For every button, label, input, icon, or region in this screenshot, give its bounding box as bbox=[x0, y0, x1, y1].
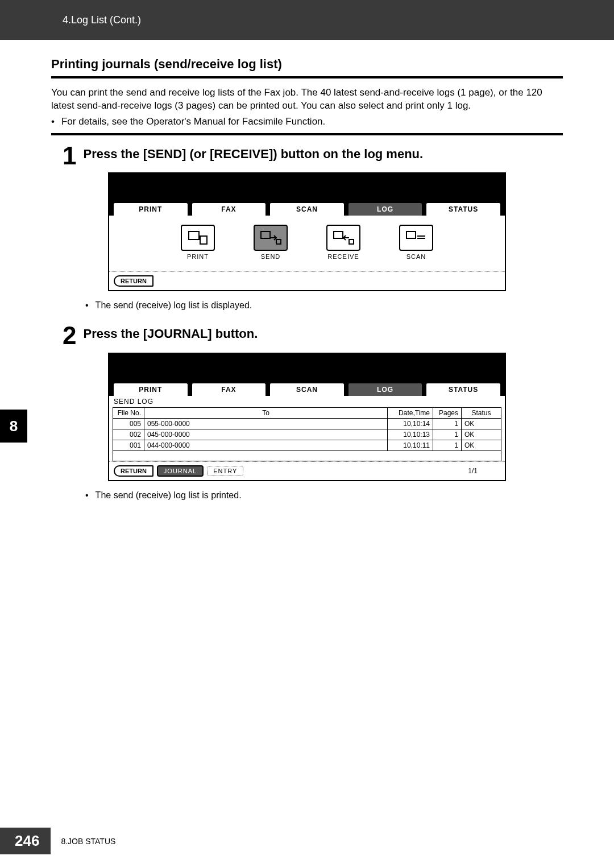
panel-2-tabs: PRINT FAX SCAN LOG STATUS bbox=[109, 378, 505, 396]
cell-pages: 1 bbox=[433, 419, 462, 429]
panel-2-blackbar bbox=[109, 354, 505, 378]
cell-to: 045-000-0000 bbox=[144, 429, 388, 440]
panel-2: PRINT FAX SCAN LOG STATUS SEND LOG File … bbox=[108, 353, 506, 481]
panel-1-icons: PRINT SEND RECEIVE bbox=[109, 216, 505, 271]
icon-btn-receive[interactable]: RECEIVE bbox=[315, 225, 372, 260]
send-log-label: SEND LOG bbox=[109, 396, 505, 407]
cell-fileno: 002 bbox=[113, 429, 144, 440]
icon-btn-scan[interactable]: SCAN bbox=[388, 225, 445, 260]
step-2: 2 Press the [JOURNAL] button. bbox=[51, 324, 563, 347]
step-1-title: Press the [SEND] (or [RECEIVE]) button o… bbox=[83, 147, 423, 162]
cell-datetime: 10,10:11 bbox=[388, 440, 433, 451]
panel-1-footer: RETURN bbox=[109, 271, 505, 290]
icon-label-scan: SCAN bbox=[406, 253, 426, 260]
svg-rect-0 bbox=[189, 232, 199, 239]
svg-rect-5 bbox=[349, 239, 354, 244]
svg-rect-3 bbox=[276, 239, 281, 244]
panel-2-container: PRINT FAX SCAN LOG STATUS SEND LOG File … bbox=[51, 353, 563, 481]
return-button-1[interactable]: RETURN bbox=[114, 275, 154, 287]
tab2-log[interactable]: LOG bbox=[347, 382, 424, 396]
col-datetime: Date,Time bbox=[388, 408, 433, 419]
main-content: Printing journals (send/receive log list… bbox=[0, 40, 614, 501]
entry-button[interactable]: ENTRY bbox=[207, 466, 243, 476]
cell-status: OK bbox=[462, 440, 501, 451]
table-header-row: File No. To Date,Time Pages Status bbox=[113, 408, 501, 419]
breadcrumb-text: 4.Log List (Cont.) bbox=[63, 14, 141, 26]
side-chapter-tab: 8 bbox=[0, 410, 27, 443]
col-file-no: File No. bbox=[113, 408, 144, 419]
col-to: To bbox=[144, 408, 388, 419]
icon-btn-print[interactable]: PRINT bbox=[169, 225, 226, 260]
tab-fax[interactable]: FAX bbox=[191, 202, 267, 216]
page-footer: 246 8.JOB STATUS bbox=[0, 828, 115, 854]
footer-chapter: 8.JOB STATUS bbox=[61, 837, 115, 846]
cell-fileno: 005 bbox=[113, 419, 144, 429]
table-spacer bbox=[113, 451, 501, 461]
svg-rect-6 bbox=[406, 232, 416, 238]
panel-1: PRINT FAX SCAN LOG STATUS PRINT SEND bbox=[108, 172, 506, 291]
log-table: File No. To Date,Time Pages Status 005 0… bbox=[113, 407, 501, 461]
cell-status: OK bbox=[462, 419, 501, 429]
receive-icon bbox=[326, 225, 360, 251]
tab2-print[interactable]: PRINT bbox=[113, 382, 189, 396]
bullet-dot: • bbox=[51, 116, 55, 127]
header-breadcrumb: 4.Log List (Cont.) bbox=[0, 0, 614, 40]
step-2-note: The send (receive) log list is printed. bbox=[51, 490, 563, 501]
table-row[interactable]: 001 044-000-0000 10,10:11 1 OK bbox=[113, 440, 501, 451]
table-row[interactable]: 005 055-000-0000 10,10:14 1 OK bbox=[113, 419, 501, 429]
table-row[interactable]: 002 045-000-0000 10,10:13 1 OK bbox=[113, 429, 501, 440]
cell-status: OK bbox=[462, 429, 501, 440]
cell-pages: 1 bbox=[433, 440, 462, 451]
step-2-title: Press the [JOURNAL] button. bbox=[83, 326, 258, 341]
bullet-text: For details, see the Operator's Manual f… bbox=[61, 116, 325, 127]
tab2-scan[interactable]: SCAN bbox=[269, 382, 345, 396]
col-pages: Pages bbox=[433, 408, 462, 419]
page-indicator: 1/1 bbox=[468, 467, 478, 475]
section-bullet: • For details, see the Operator's Manual… bbox=[51, 116, 563, 127]
cell-datetime: 10,10:14 bbox=[388, 419, 433, 429]
scan-icon bbox=[399, 225, 433, 251]
step-2-number: 2 bbox=[63, 324, 76, 347]
cell-pages: 1 bbox=[433, 429, 462, 440]
icon-label-print: PRINT bbox=[187, 253, 209, 260]
panel-2-footer: RETURN JOURNAL ENTRY 1/1 bbox=[109, 461, 505, 480]
svg-rect-4 bbox=[334, 232, 343, 238]
svg-rect-2 bbox=[261, 232, 270, 238]
icon-btn-send[interactable]: SEND bbox=[242, 225, 299, 260]
cell-datetime: 10,10:13 bbox=[388, 429, 433, 440]
section-rule-end bbox=[51, 133, 563, 135]
section-title: Printing journals (send/receive log list… bbox=[51, 57, 563, 72]
section-intro: You can print the send and receive log l… bbox=[51, 86, 563, 113]
return-button-2[interactable]: RETURN bbox=[114, 465, 154, 477]
cell-to: 044-000-0000 bbox=[144, 440, 388, 451]
tab-scan[interactable]: SCAN bbox=[269, 202, 345, 216]
send-icon bbox=[254, 225, 288, 251]
page-number: 246 bbox=[0, 828, 51, 854]
icon-label-send: SEND bbox=[261, 253, 281, 260]
svg-rect-1 bbox=[200, 236, 207, 244]
col-status: Status bbox=[462, 408, 501, 419]
journal-button[interactable]: JOURNAL bbox=[157, 465, 204, 477]
panel-1-container: PRINT FAX SCAN LOG STATUS PRINT SEND bbox=[51, 172, 563, 291]
step-1-number: 1 bbox=[63, 144, 76, 167]
tab2-status[interactable]: STATUS bbox=[425, 382, 501, 396]
cell-fileno: 001 bbox=[113, 440, 144, 451]
section-rule bbox=[51, 76, 563, 78]
cell-to: 055-000-0000 bbox=[144, 419, 388, 429]
print-icon bbox=[181, 225, 215, 251]
step-1-note: The send (receive) log list is displayed… bbox=[51, 300, 563, 311]
tab-log[interactable]: LOG bbox=[347, 202, 424, 216]
tab-print[interactable]: PRINT bbox=[113, 202, 189, 216]
step-1: 1 Press the [SEND] (or [RECEIVE]) button… bbox=[51, 144, 563, 167]
panel-1-blackbar bbox=[109, 173, 505, 197]
panel-1-tabs: PRINT FAX SCAN LOG STATUS bbox=[109, 197, 505, 216]
tab-status[interactable]: STATUS bbox=[425, 202, 501, 216]
tab2-fax[interactable]: FAX bbox=[191, 382, 267, 396]
icon-label-receive: RECEIVE bbox=[327, 253, 359, 260]
